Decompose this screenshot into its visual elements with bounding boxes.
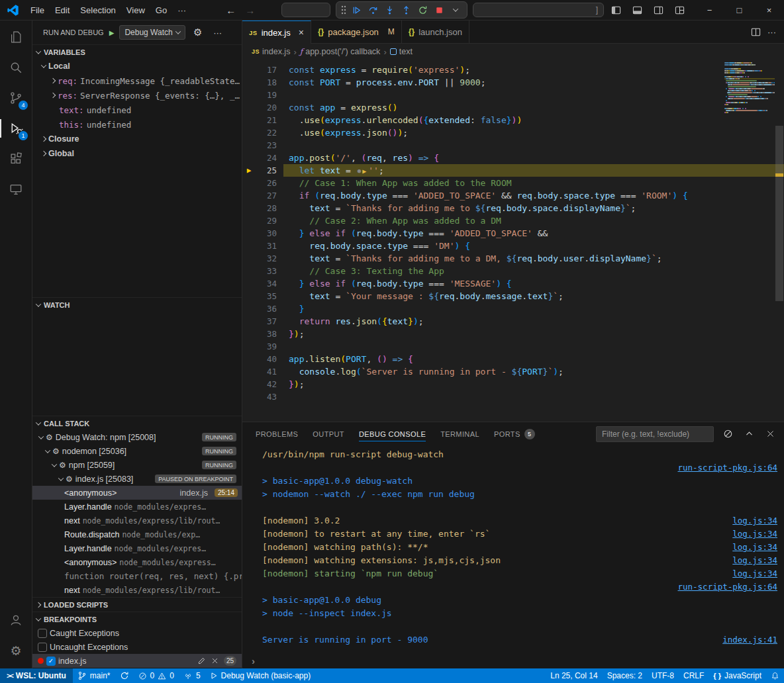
statusbar-item-ln-25-col-14[interactable]: Ln 25, Col 14 bbox=[546, 668, 602, 683]
call-stack-session-row[interactable]: ⚙index.js [25083]PAUSED ON BREAKPOINT bbox=[32, 472, 242, 486]
line-gutter[interactable]: 20 bbox=[242, 101, 283, 114]
line-gutter[interactable]: 26 bbox=[242, 177, 283, 189]
menu-item-file[interactable]: File bbox=[25, 3, 50, 17]
statusbar-item-main-[interactable]: main* bbox=[73, 668, 115, 683]
panel-tab-output[interactable]: OUTPUT bbox=[313, 422, 344, 445]
call-stack-frame-row[interactable]: Layer.handlenode_modules/expres… bbox=[32, 500, 242, 514]
line-gutter[interactable]: 17 bbox=[242, 64, 283, 76]
console-source-link[interactable]: run-script-pkg.js:64 bbox=[677, 580, 777, 594]
sidebar-item-run-and-debug[interactable]: 1 bbox=[0, 113, 32, 144]
clear-console-icon[interactable] bbox=[720, 427, 735, 441]
console-input[interactable]: › bbox=[242, 653, 784, 668]
line-gutter[interactable]: 34 bbox=[242, 277, 283, 290]
line-gutter[interactable]: 30 bbox=[242, 227, 283, 240]
debug-step-into-button[interactable] bbox=[381, 3, 397, 17]
accounts-icon[interactable] bbox=[0, 605, 32, 635]
console-source-link[interactable]: log.js:34 bbox=[732, 567, 777, 580]
scope-row[interactable]: Closure bbox=[32, 132, 242, 146]
breakpoint-row[interactable]: Caught Exceptions bbox=[32, 626, 242, 640]
menu-item-edit[interactable]: Edit bbox=[50, 3, 75, 17]
line-number[interactable]: 41 bbox=[256, 365, 277, 378]
line-number[interactable]: 24 bbox=[256, 152, 277, 164]
console-source-link[interactable]: run-script-pkg.js:64 bbox=[677, 461, 777, 475]
call-stack-frame-row[interactable]: Layer.handlenode_modules/expres… bbox=[32, 541, 242, 555]
line-number[interactable]: 38 bbox=[256, 328, 277, 340]
tab-index.js[interactable]: JSindex.js× bbox=[242, 21, 311, 44]
minimize-button[interactable]: − bbox=[695, 0, 724, 20]
call-stack-section-header[interactable]: CALL STACK bbox=[32, 416, 242, 430]
sidebar-item-extensions[interactable] bbox=[0, 144, 32, 174]
line-number[interactable]: 20 bbox=[256, 101, 277, 114]
line-gutter[interactable]: 38 bbox=[242, 328, 283, 340]
remove-breakpoint-icon[interactable] bbox=[211, 657, 219, 664]
panel-tab-debug-console[interactable]: DEBUG CONSOLE bbox=[359, 422, 426, 445]
debug-step-over-button[interactable] bbox=[365, 3, 381, 17]
panel-tab-ports[interactable]: PORTS5 bbox=[494, 422, 535, 445]
line-gutter[interactable]: 32 bbox=[242, 252, 283, 265]
sidebar-item-search[interactable] bbox=[0, 52, 32, 83]
line-number[interactable]: 23 bbox=[256, 139, 277, 152]
line-gutter[interactable]: 19 bbox=[242, 89, 283, 101]
line-gutter[interactable]: 27 bbox=[242, 189, 283, 202]
debug-settings-gear-icon[interactable]: ⚙ bbox=[191, 25, 205, 40]
line-number[interactable]: 34 bbox=[256, 277, 277, 290]
line-number[interactable]: 33 bbox=[256, 265, 277, 277]
watch-section-header[interactable]: WATCH bbox=[32, 297, 242, 312]
panel-tab-terminal[interactable]: TERMINAL bbox=[440, 422, 479, 445]
call-stack-frame-row[interactable]: <anonymous>index.js25:14 bbox=[32, 486, 242, 500]
line-gutter[interactable]: 36 bbox=[242, 302, 283, 315]
split-editor-icon[interactable] bbox=[751, 27, 761, 37]
call-stack-session-row[interactable]: ⚙Debug Watch: npm [25008]RUNNING bbox=[32, 430, 242, 444]
line-number[interactable]: 31 bbox=[256, 240, 277, 252]
variable-row[interactable]: text:undefined bbox=[32, 103, 242, 117]
line-number[interactable]: 21 bbox=[256, 114, 277, 126]
customize-layout-icon[interactable] bbox=[671, 2, 688, 18]
debug-continue-button[interactable] bbox=[348, 3, 364, 17]
launch-config-dropdown[interactable]: Debug Watch bbox=[119, 25, 185, 40]
menu-item-go[interactable]: Go bbox=[150, 3, 172, 17]
call-stack-session-row[interactable]: ⚙npm [25059]RUNNING bbox=[32, 458, 242, 472]
debug-restart-button[interactable] bbox=[415, 3, 430, 17]
line-gutter[interactable]: 35 bbox=[242, 290, 283, 302]
breakpoint-checkbox[interactable] bbox=[38, 643, 47, 652]
line-gutter[interactable]: ▶25 bbox=[242, 164, 283, 177]
statusbar-item-crlf[interactable]: CRLF bbox=[679, 668, 709, 683]
line-number[interactable]: 37 bbox=[256, 315, 277, 328]
minimap[interactable] bbox=[724, 62, 775, 116]
menu-item-[interactable]: ··· bbox=[172, 3, 191, 17]
line-number[interactable]: 25 bbox=[256, 164, 277, 177]
editor-scrollbar[interactable] bbox=[775, 60, 784, 422]
scrollbar-slider[interactable] bbox=[775, 126, 783, 301]
line-number[interactable]: 43 bbox=[256, 390, 277, 403]
statusbar-item-utf-8[interactable]: UTF-8 bbox=[647, 668, 679, 683]
line-gutter[interactable]: 22 bbox=[242, 126, 283, 139]
variable-row[interactable]: req:IncomingMessage {_readableState: … bbox=[32, 73, 242, 88]
tab-launch.json[interactable]: {}launch.json bbox=[402, 21, 469, 43]
line-number[interactable]: 36 bbox=[256, 302, 277, 315]
console-source-link[interactable]: index.js:41 bbox=[722, 633, 777, 647]
scope-row[interactable]: Global bbox=[32, 146, 242, 161]
line-gutter[interactable]: 33 bbox=[242, 265, 283, 277]
line-number[interactable]: 26 bbox=[256, 177, 277, 189]
line-gutter[interactable]: 28 bbox=[242, 202, 283, 214]
breadcrumb-item[interactable]: text bbox=[390, 47, 413, 56]
console-source-link[interactable]: log.js:34 bbox=[732, 527, 777, 541]
statusbar-item-debug-watch-basic-app-[interactable]: Debug Watch (basic-app) bbox=[205, 668, 316, 683]
call-stack-frame-row[interactable]: <anonymous>node_modules/express… bbox=[32, 555, 242, 569]
call-stack-frame-row[interactable]: function router(req, res, next) {.pr… bbox=[32, 569, 242, 583]
menu-item-selection[interactable]: Selection bbox=[75, 3, 121, 17]
statusbar-item-spaces-2[interactable]: Spaces: 2 bbox=[603, 668, 647, 683]
line-number[interactable]: 22 bbox=[256, 126, 277, 139]
line-gutter[interactable]: 23 bbox=[242, 139, 283, 152]
call-stack-session-row[interactable]: ⚙nodemon [25036]RUNNING bbox=[32, 444, 242, 458]
line-gutter[interactable]: 39 bbox=[242, 340, 283, 353]
more-actions-icon[interactable]: ··· bbox=[767, 27, 776, 37]
toggle-panel-icon[interactable] bbox=[628, 2, 646, 18]
variable-row[interactable]: this:undefined bbox=[32, 117, 242, 132]
statusbar-item-5[interactable]: 5 bbox=[179, 668, 205, 683]
breakpoints-section-header[interactable]: BREAKPOINTS bbox=[32, 612, 242, 626]
scope-row[interactable]: Local bbox=[32, 59, 242, 73]
line-number[interactable]: 40 bbox=[256, 353, 277, 365]
back-button[interactable]: ← bbox=[226, 5, 236, 16]
debug-step-out-button[interactable] bbox=[398, 3, 414, 17]
